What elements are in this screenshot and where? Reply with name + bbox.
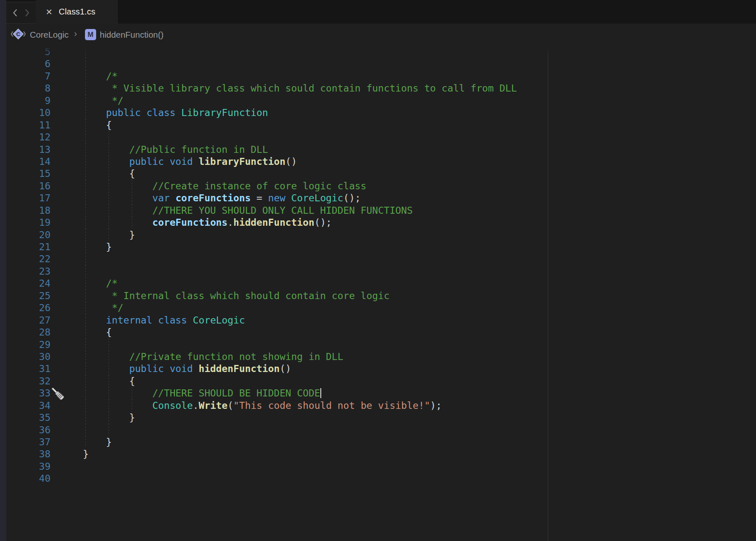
code-line-24[interactable]: 24 /*: [0, 277, 756, 289]
indent-guide: [85, 411, 86, 423]
code-line-17[interactable]: 17 var coreFunctions = new CoreLogic();: [0, 192, 756, 204]
indent-guide: [109, 192, 109, 204]
code-text: coreFunctions.hiddenFunction();: [51, 216, 332, 228]
forward-button[interactable]: [24, 8, 30, 17]
line-number: 31: [0, 362, 51, 374]
code-line-15[interactable]: 15 {: [0, 167, 756, 179]
code-text: [51, 472, 83, 484]
indent-guide: [85, 143, 86, 155]
code-lines: 567 /*8 * Visible library class which so…: [0, 46, 756, 485]
indent-guide: [85, 350, 86, 362]
line-number: 10: [0, 106, 51, 118]
line-number: 12: [0, 131, 51, 143]
line-number: 29: [0, 338, 51, 350]
code-line-25[interactable]: 25 * Internal class which should contain…: [0, 290, 756, 302]
code-line-5[interactable]: 5: [0, 46, 756, 58]
code-line-39[interactable]: 39: [0, 460, 756, 472]
code-line-7[interactable]: 7 /*: [0, 70, 756, 82]
line-number: 18: [0, 204, 51, 216]
line-number: 22: [0, 253, 51, 265]
line-number: 28: [0, 326, 51, 338]
code-line-18[interactable]: 18 //THERE YOU SHOULD ONLY CALL HIDDEN F…: [0, 204, 756, 216]
code-text: [51, 253, 83, 265]
line-number: 34: [0, 399, 51, 411]
breadcrumb-method-name[interactable]: hiddenFunction(): [100, 30, 164, 40]
indent-guide: [85, 167, 86, 179]
indent-guide: [109, 387, 109, 399]
code-text: [51, 46, 83, 58]
code-line-32[interactable]: 32 {: [0, 375, 756, 387]
indent-guide: [85, 82, 86, 94]
code-line-12[interactable]: 12: [0, 131, 756, 143]
editor-window: ✕ Class1.cs C CoreLogic › M hiddenFuncti…: [0, 0, 756, 541]
code-text: var coreFunctions = new CoreLogic();: [51, 192, 361, 204]
code-line-21[interactable]: 21 }: [0, 241, 756, 253]
indent-guide: [85, 338, 86, 350]
code-text: //THERE YOU SHOULD ONLY CALL HIDDEN FUNC…: [51, 204, 413, 216]
indent-guide: [85, 399, 86, 411]
indent-guide: [85, 241, 86, 253]
indent-guide: [109, 155, 109, 167]
code-line-14[interactable]: 14 public void libraryFunction(): [0, 155, 756, 167]
indent-guide: [109, 338, 109, 350]
code-line-36[interactable]: 36: [0, 424, 756, 436]
indent-guide: [85, 375, 86, 387]
code-text: {: [51, 326, 112, 338]
indent-guide: [85, 58, 86, 70]
indent-guide: [85, 131, 86, 143]
breadcrumb-class-name[interactable]: CoreLogic: [30, 30, 68, 40]
indent-guide: [132, 387, 132, 399]
code-line-30[interactable]: 30 //Private function not showing in DLL: [0, 350, 756, 362]
indent-guide: [85, 387, 86, 399]
code-line-35[interactable]: 35 }: [0, 411, 756, 423]
line-number: 8: [0, 82, 51, 94]
code-line-29[interactable]: 29: [0, 338, 756, 350]
svg-text:C: C: [16, 31, 20, 37]
code-text: /*: [51, 70, 118, 82]
code-line-26[interactable]: 26 */: [0, 302, 756, 314]
tab-close-icon[interactable]: ✕: [46, 8, 53, 16]
code-text: */: [51, 302, 124, 314]
code-line-23[interactable]: 23: [0, 265, 756, 277]
line-number: 23: [0, 265, 51, 277]
code-line-27[interactable]: 27 internal class CoreLogic: [0, 314, 756, 326]
indent-guide: [109, 399, 109, 411]
code-line-19[interactable]: 19 coreFunctions.hiddenFunction();: [0, 216, 756, 228]
code-text: //Create instance of core logic class: [51, 180, 366, 192]
code-text: Console.Write("This code should not be v…: [51, 399, 442, 411]
code-line-38[interactable]: 38}: [0, 448, 756, 460]
tab-title: Class1.cs: [59, 7, 96, 17]
indent-guide: [85, 180, 86, 192]
code-line-8[interactable]: 8 * Visible library class which sould co…: [0, 82, 756, 94]
code-line-31[interactable]: 31 public void hiddenFunction(): [0, 362, 756, 374]
code-line-40[interactable]: 40: [0, 472, 756, 484]
indent-guide: [85, 229, 86, 241]
indent-guide: [132, 399, 132, 411]
line-number: 15: [0, 167, 51, 179]
indent-guide: [109, 411, 109, 423]
code-line-13[interactable]: 13 //Public function in DLL: [0, 143, 756, 155]
chevron-right-icon: [24, 8, 30, 17]
line-number: 11: [0, 119, 51, 131]
back-button[interactable]: [12, 8, 18, 17]
indent-guide: [85, 277, 86, 289]
code-line-16[interactable]: 16 //Create instance of core logic class: [0, 180, 756, 192]
indent-guide: [132, 192, 132, 204]
tab-class1-cs[interactable]: ✕ Class1.cs: [36, 0, 119, 24]
code-editor[interactable]: 567 /*8 * Visible library class which so…: [0, 46, 756, 541]
code-line-6[interactable]: 6: [0, 58, 756, 70]
code-line-10[interactable]: 10 public class LibraryFunction: [0, 106, 756, 118]
code-line-20[interactable]: 20 }: [0, 229, 756, 241]
code-line-22[interactable]: 22: [0, 253, 756, 265]
code-text: /*: [51, 277, 118, 289]
code-line-33[interactable]: 33 //THERE SHOULD BE HIDDEN CODE: [0, 387, 756, 399]
code-line-9[interactable]: 9 */: [0, 94, 756, 106]
code-line-37[interactable]: 37 }: [0, 436, 756, 448]
code-line-34[interactable]: 34 Console.Write("This code should not b…: [0, 399, 756, 411]
code-text: [51, 424, 83, 436]
indent-guide: [109, 204, 109, 216]
code-line-28[interactable]: 28 {: [0, 326, 756, 338]
code-line-11[interactable]: 11 {: [0, 119, 756, 131]
indent-guide: [109, 167, 109, 179]
line-number: 5: [0, 46, 51, 58]
